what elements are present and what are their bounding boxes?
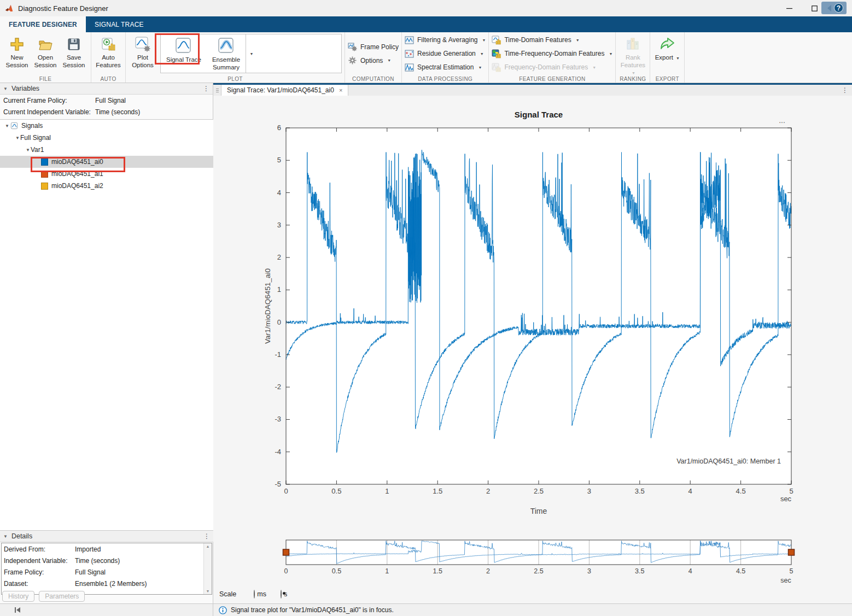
minimize-button[interactable] <box>777 0 802 16</box>
dropdown-arrow-icon: ▼ <box>609 52 612 56</box>
plot-options-button[interactable]: Plot Options <box>129 34 157 73</box>
y-tick-label: 6 <box>277 124 281 132</box>
dropdown-arrow-icon: ▼ <box>676 56 680 60</box>
panner-handle-left[interactable] <box>283 549 289 555</box>
dropdown-arrow-icon: ▼ <box>478 66 482 69</box>
frame-policy-button[interactable]: Frame Policy <box>348 41 399 53</box>
y-tick-label: 2 <box>277 253 281 261</box>
help-button[interactable]: ? <box>821 2 847 14</box>
history-button[interactable]: History <box>2 591 34 602</box>
options-button[interactable]: Options▼ <box>348 55 399 67</box>
tree-item-var1[interactable]: ▼Var1 <box>0 144 213 156</box>
ribbon-group-ranking: 213Rank Features ▼RANKING <box>616 32 650 83</box>
export-button[interactable]: Export ▼ <box>653 34 681 73</box>
y-tick-label: 5 <box>277 156 281 164</box>
group-label-computation: COMPUTATION <box>345 76 401 82</box>
ribbon-tab-signal-trace[interactable]: SIGNAL TRACE <box>86 16 153 32</box>
signal-trace-plot[interactable]: 00.511.522.533.544.55-5-4-3-2-10123456Si… <box>213 96 852 603</box>
collapse-details-icon[interactable]: ▼ <box>3 534 8 539</box>
signal-color-swatch <box>41 183 48 190</box>
collapse-variables-icon[interactable]: ▼ <box>3 86 8 91</box>
residue-generation-button[interactable]: Residue Generation▼ <box>405 48 486 60</box>
time-frequency-domain-features-button[interactable]: Time-Frequency-Domain Features▼ <box>492 48 612 60</box>
panner-tick-label: 4 <box>688 567 692 575</box>
tree-item-full-signal[interactable]: ▼Full Signal <box>0 132 213 144</box>
save-session-icon <box>66 36 82 52</box>
scroll-down-icon[interactable]: ▼ <box>206 589 210 593</box>
tree-expand-icon[interactable]: ▼ <box>4 124 10 128</box>
details-scrollbar[interactable]: ▲▼ <box>203 543 212 594</box>
filtering-averaging-icon <box>405 36 414 45</box>
filtering-averaging-button[interactable]: Filtering & Averaging▼ <box>405 34 486 46</box>
tree-expand-icon[interactable]: ▼ <box>15 136 20 140</box>
spectral-estimation-icon <box>405 63 414 72</box>
parameters-button[interactable]: Parameters <box>39 591 85 602</box>
document-area: Signal Trace: Var1/mioDAQ6451_ai0 × ⋮ 00… <box>213 83 852 603</box>
x-tick-label: 2.5 <box>534 487 544 495</box>
save-session-button[interactable]: Save Session <box>60 34 88 73</box>
member-annotation: Var1/mioDAQ6451_ai0: Member 1 <box>676 457 781 465</box>
auto-features-button[interactable]: Auto Features <box>94 34 122 73</box>
y-tick-label: 3 <box>277 221 281 229</box>
signal-trace-icon <box>174 37 193 55</box>
gallery-dropdown-icon[interactable]: ▼ <box>246 34 256 73</box>
ribbon-tab-feature-designer[interactable]: FEATURE DESIGNER <box>0 16 86 32</box>
info-icon <box>219 606 227 614</box>
time-domain-features-button[interactable]: Time-Domain Features▼ <box>492 34 612 46</box>
window-title: Diagnostic Feature Designer <box>18 4 108 13</box>
x-tick-label: 1 <box>385 487 389 495</box>
document-tab-bar: Signal Trace: Var1/mioDAQ6451_ai0 × ⋮ <box>213 83 852 96</box>
tab-signal-trace[interactable]: Signal Trace: Var1/mioDAQ6451_ai0 × <box>221 85 348 96</box>
tree-item-miodaq6451-ai2[interactable]: mioDAQ6451_ai2 <box>0 180 213 192</box>
scroll-up-icon[interactable]: ▲ <box>206 544 210 548</box>
scale-control: Scale mss <box>219 588 287 600</box>
rank-features-button: 213Rank Features ▼ <box>618 34 647 73</box>
variables-panel-header[interactable]: ▼ Variables ⋮ <box>0 83 213 95</box>
panner-handle-right[interactable] <box>789 549 795 555</box>
ribbon-group-export: Export ▼EXPORT <box>650 32 685 83</box>
details-menu-icon[interactable]: ⋮ <box>203 532 210 540</box>
spectral-estimation-button[interactable]: Spectral Estimation▼ <box>405 61 486 73</box>
status-bar: Signal trace plot for "Var1/mioDAQ6451_a… <box>0 603 852 616</box>
y-tick-label: 1 <box>277 285 281 294</box>
new-session-icon <box>9 36 25 52</box>
panner-tick-label: 0.5 <box>332 567 341 575</box>
residue-generation-icon <box>405 49 414 58</box>
matlab-logo-icon <box>4 3 14 13</box>
chart-title: Signal Trace <box>515 110 563 119</box>
tab-grip-icon[interactable] <box>213 85 221 96</box>
tabbar-menu-icon[interactable]: ⋮ <box>842 85 852 96</box>
tree-item-miodaq6451-ai1[interactable]: mioDAQ6451_ai1 <box>0 168 213 180</box>
open-session-button[interactable]: Open Session <box>31 34 60 73</box>
tree-item-signals[interactable]: ▼Signals <box>0 120 213 132</box>
collapse-panel-icon[interactable] <box>14 607 21 613</box>
frequency-domain-features-button: Frequency-Domain Features▼ <box>492 61 612 73</box>
help-icon: ? <box>834 3 843 13</box>
new-session-button[interactable]: New Session <box>3 34 31 73</box>
tree-expand-icon[interactable]: ▼ <box>25 148 31 152</box>
panner-tick-label: 1 <box>385 567 389 575</box>
details-row: Independent Variable:Time (seconds) <box>2 555 212 566</box>
signal-group-icon <box>10 122 19 130</box>
scale-radio-ms[interactable] <box>254 590 255 599</box>
signal-color-swatch <box>41 171 48 178</box>
chart-menu-icon[interactable]: ... <box>779 116 785 125</box>
signal-trace-button[interactable]: Signal Trace <box>161 34 207 73</box>
scale-radio-s[interactable] <box>281 590 282 599</box>
ribbon-group-file: New SessionOpen SessionSave SessionFILE <box>0 32 91 83</box>
ensemble-summary-button[interactable]: Ensemble Summary <box>207 34 246 73</box>
tab-close-icon[interactable]: × <box>339 87 342 93</box>
x-tick-label: 3 <box>587 487 591 495</box>
variables-menu-icon[interactable]: ⋮ <box>203 85 209 92</box>
app-window: Diagnostic Feature Designer FEATURE DESI… <box>0 0 852 616</box>
y-tick-label: -4 <box>275 448 281 456</box>
group-label-data-processing: DATA PROCESSING <box>402 76 488 82</box>
panner-axis-unit: sec <box>780 577 791 584</box>
details-row: Frame Policy:Full Signal <box>2 566 212 578</box>
details-panel-header[interactable]: ▼ Details ⋮ <box>0 531 213 542</box>
y-tick-label: 4 <box>277 189 281 197</box>
tree-item-miodaq6451-ai0[interactable]: mioDAQ6451_ai0 <box>0 156 213 168</box>
tab-label: Signal Trace: Var1/mioDAQ6451_ai0 <box>227 86 334 94</box>
variables-info: Current Frame Policy:Full SignalCurrent … <box>0 95 213 118</box>
group-label-export: EXPORT <box>650 76 684 82</box>
